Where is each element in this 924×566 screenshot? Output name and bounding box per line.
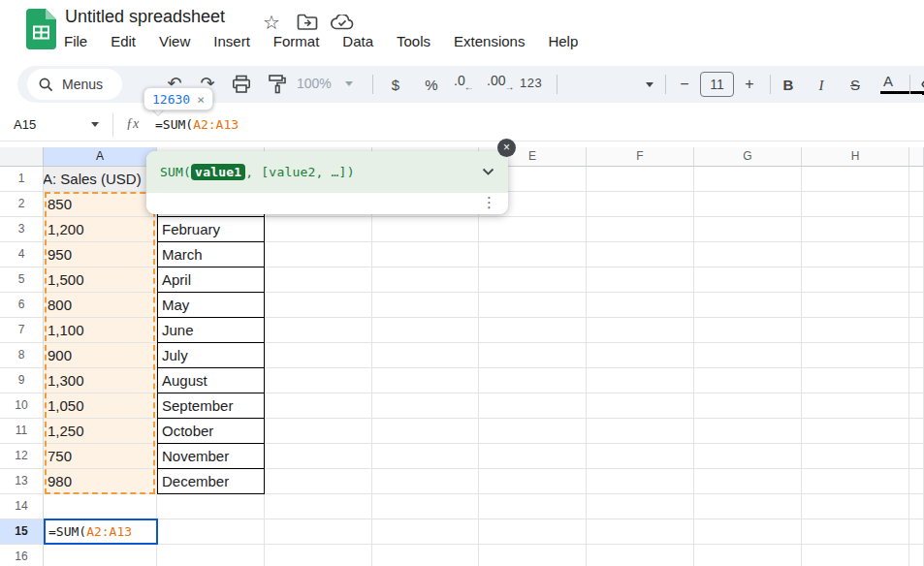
cell-A5[interactable]: 1,500	[44, 267, 157, 293]
cell-H5[interactable]	[802, 267, 909, 293]
name-box-caret-icon[interactable]	[91, 122, 99, 127]
cell-C10[interactable]	[265, 393, 372, 419]
cell-E16[interactable]	[479, 545, 587, 566]
cell-B7[interactable]: June	[157, 318, 265, 343]
row-header-1[interactable]: 1	[0, 167, 44, 192]
menu-item-extensions[interactable]: Extensions	[454, 33, 525, 49]
format-percent-button[interactable]: %	[421, 74, 442, 97]
cell-B13[interactable]: December	[157, 469, 265, 494]
cell-I1[interactable]	[909, 167, 924, 192]
cell-C4[interactable]	[265, 242, 372, 267]
cell-A14[interactable]	[44, 494, 157, 519]
cell-F8[interactable]	[587, 343, 694, 368]
cell-E5[interactable]	[479, 267, 587, 293]
cell-B12[interactable]: November	[157, 444, 265, 469]
cell-D5[interactable]	[372, 267, 479, 293]
menu-item-help[interactable]: Help	[548, 33, 578, 49]
cell-B9[interactable]: August	[157, 368, 265, 393]
row-header-11[interactable]: 11	[0, 419, 44, 444]
cell-A8[interactable]: 900	[44, 343, 157, 368]
cell-F12[interactable]	[587, 444, 694, 469]
cell-D15[interactable]	[372, 519, 479, 545]
cell-G7[interactable]	[694, 318, 802, 343]
print-icon[interactable]	[232, 75, 251, 94]
cell-G9[interactable]	[694, 368, 802, 393]
row-header-8[interactable]: 8	[0, 343, 44, 368]
cell-B14[interactable]	[157, 494, 265, 519]
cell-E13[interactable]	[479, 469, 587, 494]
cell-B6[interactable]: May	[157, 293, 265, 318]
cell-A2[interactable]: 850	[44, 192, 157, 217]
cell-I16[interactable]	[909, 545, 924, 566]
cell-G15[interactable]	[694, 519, 802, 545]
cell-I15[interactable]	[909, 519, 924, 545]
italic-button[interactable]: I	[813, 74, 829, 97]
row-header-15[interactable]: 15	[0, 519, 44, 545]
star-icon[interactable]: ☆	[263, 11, 280, 34]
cell-H8[interactable]	[802, 343, 909, 368]
cell-I3[interactable]	[909, 217, 924, 242]
cell-E7[interactable]	[479, 318, 587, 343]
cell-H2[interactable]	[802, 192, 909, 217]
cell-F7[interactable]	[587, 318, 694, 343]
row-header-16[interactable]: 16	[0, 545, 44, 566]
cell-I6[interactable]	[909, 293, 924, 318]
cell-B16[interactable]	[157, 545, 265, 566]
cell-H7[interactable]	[802, 318, 909, 343]
cell-H9[interactable]	[802, 368, 909, 393]
cell-I11[interactable]	[909, 419, 924, 444]
cell-D16[interactable]	[372, 545, 479, 566]
cell-F6[interactable]	[587, 293, 694, 318]
cell-D6[interactable]	[372, 293, 479, 318]
cell-F15[interactable]	[587, 519, 694, 545]
row-header-2[interactable]: 2	[0, 192, 44, 217]
cell-editor-A15[interactable]: =SUM(A2:A13	[44, 519, 158, 545]
cell-F5[interactable]	[587, 267, 694, 293]
cell-D12[interactable]	[372, 444, 479, 469]
cell-F13[interactable]	[587, 469, 694, 494]
cell-D3[interactable]	[372, 217, 479, 242]
cell-D10[interactable]	[372, 393, 479, 419]
cell-E6[interactable]	[479, 293, 587, 318]
menu-item-file[interactable]: File	[64, 33, 87, 49]
cell-D8[interactable]	[372, 343, 479, 368]
cell-H13[interactable]	[802, 469, 909, 494]
row-header-5[interactable]: 5	[0, 267, 44, 293]
cell-H11[interactable]	[802, 419, 909, 444]
cell-C3[interactable]	[265, 217, 372, 242]
cell-E9[interactable]	[479, 368, 587, 393]
cell-D14[interactable]	[372, 494, 479, 519]
cell-F11[interactable]	[587, 419, 694, 444]
cell-C14[interactable]	[265, 494, 372, 519]
chip-close-icon[interactable]: ×	[197, 92, 205, 107]
cell-B10[interactable]: September	[157, 393, 265, 419]
text-color-button[interactable]: A	[883, 73, 924, 89]
column-header-f[interactable]: F	[587, 147, 694, 167]
column-header-g[interactable]: G	[694, 147, 802, 167]
fill-color-icon[interactable]	[920, 74, 924, 95]
cell-G1[interactable]	[694, 167, 802, 192]
cell-D4[interactable]	[372, 242, 479, 267]
cell-E15[interactable]	[479, 519, 587, 545]
cell-E4[interactable]	[479, 242, 587, 267]
cell-H1[interactable]	[802, 167, 909, 192]
column-header-partial[interactable]	[909, 147, 924, 167]
cell-H6[interactable]	[802, 293, 909, 318]
name-box[interactable]: A15	[14, 117, 36, 132]
cell-A12[interactable]: 750	[44, 444, 157, 469]
column-header-h[interactable]: H	[802, 147, 909, 167]
cell-H14[interactable]	[802, 494, 909, 519]
row-header-7[interactable]: 7	[0, 318, 44, 343]
menu-item-edit[interactable]: Edit	[111, 33, 136, 49]
cell-E8[interactable]	[479, 343, 587, 368]
menu-item-data[interactable]: Data	[342, 33, 373, 49]
cell-B11[interactable]: October	[157, 419, 265, 444]
cell-F3[interactable]	[587, 217, 694, 242]
decrease-font-size-button[interactable]: −	[675, 73, 694, 96]
menus-search-button[interactable]: Menus	[27, 69, 122, 100]
cell-A1[interactable]: A: Sales (USD)	[44, 167, 157, 192]
cell-A4[interactable]: 950	[44, 242, 157, 267]
document-title[interactable]: Untitled spreadsheet	[65, 7, 225, 27]
cell-B8[interactable]: July	[157, 343, 265, 368]
cell-G5[interactable]	[694, 267, 802, 293]
